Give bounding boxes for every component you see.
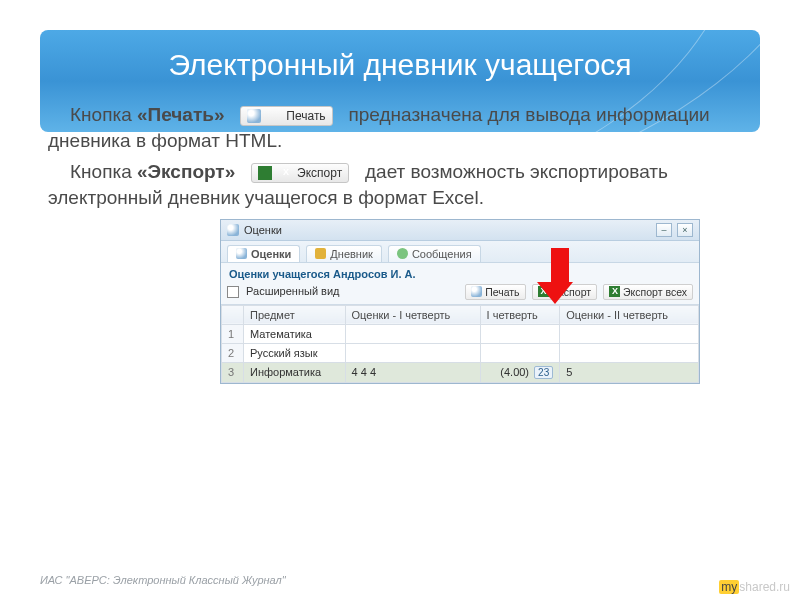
print-label: Печать <box>485 286 519 298</box>
app-icon <box>227 224 239 236</box>
table-header-row: Предмет Оценки - I четверть I четверть О… <box>222 305 699 324</box>
print-button-label: Печать <box>264 108 325 124</box>
watermark-my: my <box>719 580 739 594</box>
text-frag: Кнопка <box>70 104 137 125</box>
cell-subject: Информатика <box>244 362 346 382</box>
row-number: 1 <box>222 324 244 343</box>
table-row[interactable]: 2 Русский язык <box>222 343 699 362</box>
footer-caption: ИАС "АВЕРС: Электронный Классный Журнал" <box>40 574 286 586</box>
col-number <box>222 305 244 324</box>
count-badge: 23 <box>534 366 553 379</box>
watermark: myshared.ru <box>719 580 790 594</box>
book-icon <box>315 248 326 259</box>
print-button[interactable]: Печать <box>465 284 525 300</box>
col-q1: I четверть <box>480 305 560 324</box>
star-icon <box>236 248 247 259</box>
export-button-inline[interactable]: Экспорт <box>251 163 349 183</box>
minimize-button[interactable]: – <box>656 223 672 237</box>
tab-diary[interactable]: Дневник <box>306 245 382 262</box>
tab-label: Оценки <box>251 248 291 260</box>
cell-g1 <box>345 324 480 343</box>
close-button[interactable]: × <box>677 223 693 237</box>
slide-title: Электронный дневник учащегося <box>70 48 730 82</box>
printer-icon <box>471 286 482 297</box>
text-bold-print: «Печать» <box>137 104 224 125</box>
cell-g2: 5 <box>560 362 699 382</box>
grades-window: Оценки – × Оценки Дневник Сообщения Оцен… <box>220 219 700 384</box>
cell-g1 <box>345 343 480 362</box>
cell-subject: Математика <box>244 324 346 343</box>
window-title: Оценки <box>244 224 282 236</box>
text-bold-export: «Экспорт» <box>137 161 235 182</box>
slide-body: Кнопка «Печать» Печать предназначена для… <box>40 102 760 211</box>
cell-g2 <box>560 343 699 362</box>
watermark-rest: shared.ru <box>739 580 790 594</box>
cell-q1 <box>480 324 560 343</box>
student-heading: Оценки учащегося Андросов И. А. <box>221 263 699 282</box>
col-grades-q1: Оценки - I четверть <box>345 305 480 324</box>
cell-subject: Русский язык <box>244 343 346 362</box>
expanded-view-checkbox[interactable]: Расширенный вид <box>227 285 340 298</box>
cell-g2 <box>560 324 699 343</box>
table-row[interactable]: 1 Математика <box>222 324 699 343</box>
export-all-label: Экспорт всех <box>623 286 687 298</box>
table-row[interactable]: 3 Информатика 4 4 4 (4.00) 23 5 <box>222 362 699 382</box>
tab-label: Сообщения <box>412 248 472 260</box>
row-number: 2 <box>222 343 244 362</box>
excel-icon <box>609 286 620 297</box>
excel-icon <box>258 166 272 180</box>
tab-grades[interactable]: Оценки <box>227 245 300 262</box>
checkbox-icon <box>227 286 239 298</box>
print-button-inline[interactable]: Печать <box>240 106 332 126</box>
tabstrip: Оценки Дневник Сообщения <box>221 241 699 263</box>
window-titlebar: Оценки – × <box>221 220 699 241</box>
cell-g1: 4 4 4 <box>345 362 480 382</box>
text-frag: Кнопка <box>70 161 137 182</box>
printer-icon <box>247 109 261 123</box>
grades-table: Предмет Оценки - I четверть I четверть О… <box>221 305 699 383</box>
col-grades-q2: Оценки - II четверть <box>560 305 699 324</box>
cell-q1 <box>480 343 560 362</box>
expanded-view-label: Расширенный вид <box>246 285 339 297</box>
refresh-icon <box>397 248 408 259</box>
col-subject: Предмет <box>244 305 346 324</box>
cell-q1: (4.00) 23 <box>480 362 560 382</box>
tab-label: Дневник <box>330 248 373 260</box>
view-toolbar: Расширенный вид Печать Экспорт Экспорт в… <box>221 282 699 305</box>
red-arrow-annotation <box>546 248 573 304</box>
avg-value: (4.00) <box>500 366 529 378</box>
row-number: 3 <box>222 362 244 382</box>
tab-messages[interactable]: Сообщения <box>388 245 481 262</box>
export-all-button[interactable]: Экспорт всех <box>603 284 693 300</box>
